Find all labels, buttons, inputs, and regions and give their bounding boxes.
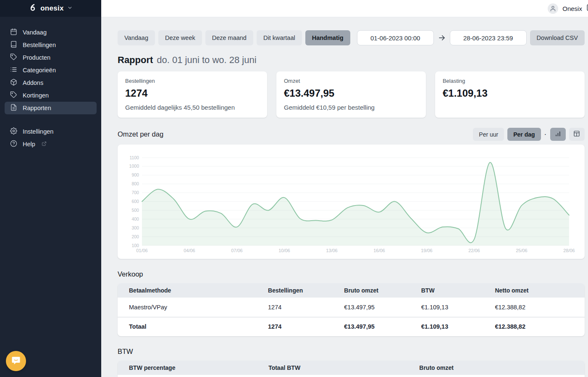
bar-chart-icon — [555, 131, 561, 138]
svg-text:1000: 1000 — [129, 163, 139, 169]
svg-text:07/06: 07/06 — [231, 248, 243, 253]
total-row: Totaal 1274 €13.497,95 €1.109,13 €12.388… — [118, 317, 585, 336]
avatar[interactable] — [548, 3, 558, 14]
stat-subtext: Gemiddeld €10,59 per bestelling — [284, 104, 418, 111]
external-link-icon — [42, 141, 47, 148]
cell-total-bestellingen: 1274 — [268, 317, 344, 336]
stat-cards: Bestellingen 1274 Gemiddeld dagelijks 45… — [118, 71, 585, 118]
column-header: Totaal BTW — [268, 361, 419, 375]
stat-value: €1.109,13 — [443, 87, 577, 99]
svg-text:900: 900 — [131, 172, 139, 177]
sidebar-item-addons[interactable]: Addons — [5, 76, 97, 89]
sidebar-item-label: Kortingen — [23, 92, 49, 99]
sidebar-item-help[interactable]: Help — [5, 138, 97, 150]
svg-text:1100: 1100 — [129, 155, 139, 160]
svg-text:19/06: 19/06 — [421, 248, 433, 253]
date-from-input[interactable] — [357, 30, 434, 45]
preset-dit-kwartaal-button[interactable]: Dit kwartaal — [257, 30, 302, 45]
svg-text:28/06: 28/06 — [563, 248, 575, 253]
btw-header-row: BTW percentage Totaal BTW Bruto omzet — [118, 361, 585, 375]
svg-text:700: 700 — [131, 190, 139, 195]
table-grid-icon — [573, 130, 580, 138]
report-subtitle: do. 01 juni to wo. 28 juni — [157, 55, 256, 66]
book-icon — [10, 41, 17, 49]
svg-text:500: 500 — [131, 208, 139, 213]
column-header: BTW — [421, 283, 495, 298]
cell-betaalmethode: Maestro/VPay — [118, 298, 268, 317]
preset-vandaag-button[interactable]: Vandaag — [118, 30, 155, 45]
sidebar-item-vandaag[interactable]: Vandaag — [5, 26, 97, 39]
column-header: Bestellingen — [268, 283, 344, 298]
sidebar-logo-bar[interactable]: onesix — [0, 0, 101, 17]
nav-spacer — [5, 114, 97, 125]
cell-total-bruto: €13.497,95 — [344, 317, 421, 336]
sidebar-item-categorieen[interactable]: Categorieën — [5, 64, 97, 76]
sidebar-item-label: Categorieën — [23, 67, 56, 74]
sidebar-item-label: Producten — [23, 54, 50, 61]
svg-text:22/06: 22/06 — [468, 248, 480, 253]
column-header: Bruto omzet — [419, 361, 585, 375]
per-dag-toggle[interactable]: Per dag — [507, 128, 541, 141]
preset-deze-week-button[interactable]: Deze week — [158, 30, 202, 45]
file-text-icon — [10, 104, 17, 112]
filter-row: Vandaag Deze week Deze maand Dit kwartaa… — [118, 30, 585, 45]
sidebar-item-label: Vandaag — [23, 29, 47, 36]
chat-widget-button[interactable] — [6, 351, 26, 371]
arrow-right-icon — [437, 34, 446, 42]
top-bar: Onesix — [101, 0, 588, 17]
logo-text: onesix — [40, 4, 64, 13]
help-circle-icon — [10, 140, 17, 148]
svg-text:13/06: 13/06 — [326, 248, 338, 253]
preset-deze-maand-button[interactable]: Deze maand — [205, 30, 253, 45]
cell-netto-omzet: €12.388,82 — [495, 298, 585, 317]
onesix-logo-icon — [29, 3, 37, 13]
calendar-icon — [10, 28, 17, 37]
svg-text:400: 400 — [131, 216, 139, 221]
sidebar-item-producten[interactable]: Producten — [5, 51, 97, 64]
stat-label: Bestellingen — [125, 78, 260, 84]
btw-table: BTW percentage Totaal BTW Bruto omzet — [118, 361, 585, 377]
sidebar-item-label: Addons — [23, 79, 43, 86]
verkoop-table-card: Betaalmethode Bestellingen Bruto omzet B… — [118, 283, 585, 336]
preset-handmatig-button[interactable]: Handmatig — [305, 30, 350, 45]
omzet-chart-card: 1002003004005006007008009001000110001/06… — [118, 145, 585, 259]
chart-controls: Per uur Per dag · — [473, 128, 585, 141]
svg-text:300: 300 — [131, 225, 139, 230]
stat-value: 1274 — [125, 87, 260, 99]
separator-dot: · — [544, 131, 547, 137]
date-to-input[interactable] — [450, 30, 527, 45]
user-name: Onesix — [562, 5, 582, 12]
svg-text:16/06: 16/06 — [373, 248, 385, 253]
sidebar: onesix Vandaag Bestellingen Producten Ca… — [0, 0, 101, 377]
stat-label: Belasting — [443, 78, 577, 84]
btw-title: BTW — [118, 348, 585, 356]
sidebar-item-instellingen[interactable]: Instellingen — [5, 125, 97, 138]
svg-text:100: 100 — [131, 243, 139, 248]
verkoop-table: Betaalmethode Bestellingen Bruto omzet B… — [118, 283, 585, 336]
stat-label: Omzet — [284, 78, 418, 84]
logout-icon[interactable] — [586, 4, 588, 13]
per-uur-toggle[interactable]: Per uur — [473, 128, 504, 141]
chart-title: Omzet per dag — [118, 130, 163, 138]
sidebar-item-rapporten[interactable]: Rapporten — [5, 102, 97, 114]
table-view-button[interactable] — [569, 128, 585, 141]
column-header: Betaalmethode — [118, 283, 268, 298]
column-header: Netto omzet — [495, 283, 585, 298]
list-icon — [10, 66, 17, 74]
sidebar-item-label: Help — [23, 141, 35, 148]
column-header: Bruto omzet — [344, 283, 421, 298]
chart-view-button[interactable] — [550, 128, 566, 141]
stat-card-omzet: Omzet €13.497,95 Gemiddeld €10,59 per be… — [276, 71, 426, 118]
stat-card-bestellingen: Bestellingen 1274 Gemiddeld dagelijks 45… — [118, 71, 267, 118]
svg-text:800: 800 — [131, 181, 139, 186]
sidebar-item-bestellingen[interactable]: Bestellingen — [5, 39, 97, 51]
download-csv-button[interactable]: Download CSV — [530, 30, 585, 45]
gear-icon — [10, 127, 17, 136]
sidebar-item-kortingen[interactable]: Kortingen — [5, 89, 97, 102]
column-header: BTW percentage — [118, 361, 268, 375]
svg-text:25/06: 25/06 — [516, 248, 528, 253]
table-row: Maestro/VPay 1274 €13.497,95 €1.109,13 €… — [118, 298, 585, 317]
tag-icon — [10, 91, 17, 100]
cell-bruto-omzet: €13.497,95 — [344, 298, 421, 317]
report-title: Rapport — [118, 55, 153, 66]
